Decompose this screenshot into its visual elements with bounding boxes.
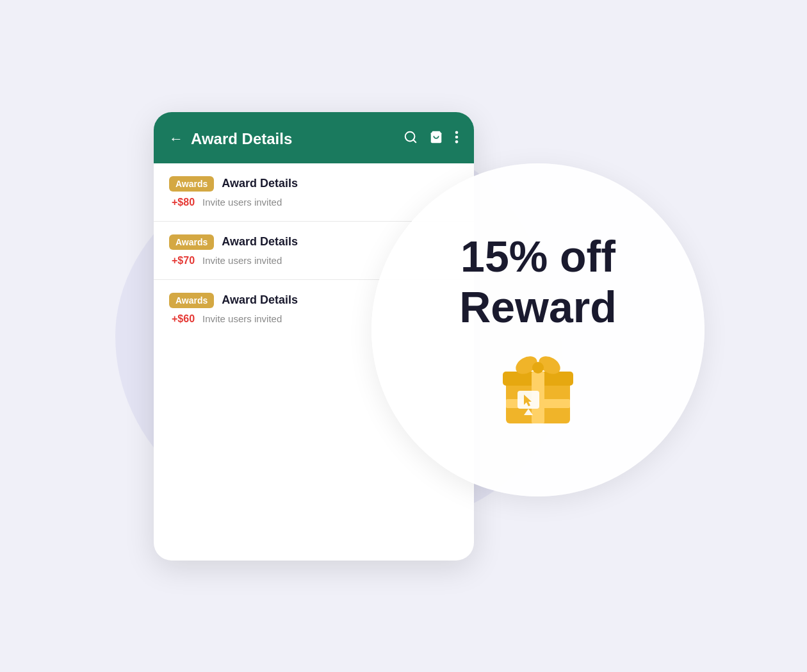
phone-header: ← Award Details: [154, 112, 474, 163]
award-title-3: Award Details: [222, 293, 298, 307]
award-amount-3: +$60: [172, 313, 195, 325]
gift-icon-container: [496, 345, 580, 428]
award-description-2: Invite users invited: [202, 255, 282, 266]
back-arrow-icon[interactable]: ←: [169, 131, 183, 147]
awards-badge-2: Awards: [169, 234, 214, 250]
award-title-2: Award Details: [222, 235, 298, 249]
svg-point-3: [455, 131, 459, 134]
gift-icon: [496, 345, 580, 428]
award-description-1: Invite users invited: [202, 197, 282, 208]
award-row-bottom-1: +$80 Invite users invited: [169, 197, 459, 208]
header-title: Award Details: [191, 130, 292, 148]
award-row-top-1: Awards Award Details: [169, 176, 459, 192]
award-description-3: Invite users invited: [202, 313, 282, 324]
award-title-1: Award Details: [222, 177, 298, 190]
scene: ← Award Details: [115, 86, 692, 586]
header-left: ← Award Details: [169, 130, 292, 148]
svg-line-1: [413, 140, 416, 142]
svg-point-4: [455, 136, 459, 139]
reward-label: Reward: [459, 282, 617, 332]
header-icons: [403, 130, 459, 147]
reward-text: 15% off Reward: [459, 231, 617, 331]
more-icon[interactable]: [455, 130, 459, 147]
search-icon[interactable]: [403, 130, 418, 147]
svg-point-5: [455, 140, 459, 143]
reward-percent: 15% off: [459, 231, 617, 281]
reward-circle: 15% off Reward: [371, 163, 705, 496]
awards-badge-3: Awards: [169, 293, 214, 308]
svg-point-13: [532, 362, 544, 373]
awards-badge-1: Awards: [169, 176, 214, 192]
award-amount-1: +$80: [172, 197, 195, 208]
cart-icon[interactable]: [429, 130, 443, 147]
award-amount-2: +$70: [172, 255, 195, 266]
